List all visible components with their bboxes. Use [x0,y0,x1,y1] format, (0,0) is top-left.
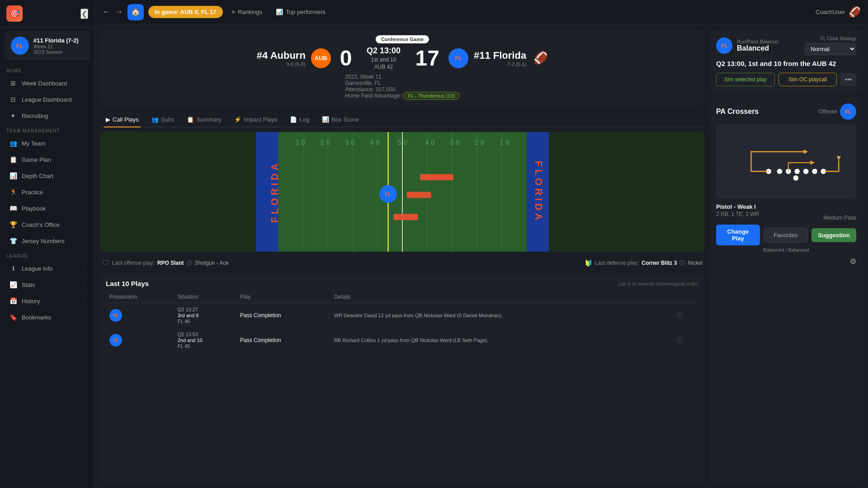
play-type: Pass Completion [236,328,330,353]
defense-info-icon[interactable]: ⓘ [679,259,685,267]
sidebar-item-label: Practice [22,189,43,196]
last-offense-play: 🛡 Last offense play: RPO Slant ⓘ Shotgun… [102,259,229,267]
svg-point-34 [794,169,800,174]
play-action-buttons: Sim selected play Sim OC playcall ••• [716,73,856,86]
sidebar-item-week-dashboard[interactable]: ⊞ Week Dashboard [3,75,92,91]
sidebar-item-league-info[interactable]: ℹ League Info › [3,261,92,276]
pass-type: Medium Pass [823,215,856,221]
play-call-header: FL Run/Pass Balance: Balanced FL Clock S… [716,36,856,55]
play-down: 3rd and 9 [178,313,233,318]
nav-back-button[interactable]: ← [102,7,110,17]
situation-block: Q2 13:53 2nd and 10 FL 45 [178,332,233,349]
play-time: Q2 13:27 [178,307,233,312]
home-field-badge: FL - Thunderous (10) [403,92,459,100]
change-play-button[interactable]: Change Play [716,225,760,245]
bookmark-icon: 🔖 [9,314,17,321]
svg-point-32 [777,169,783,174]
sidebar-item-label: History [22,298,40,305]
tab-call-plays[interactable]: ▶ Call Plays [104,113,141,127]
suggestion-button[interactable]: Suggestion [811,228,856,242]
sidebar-item-label: Coach's Office [22,221,60,228]
home-team-block: FL #11 Florida 7-2 (5-1) 🏈 [448,48,548,68]
away-team-record: 9-0 (6-0) [257,61,306,67]
more-options-button[interactable]: ••• [840,73,856,86]
away-team-name: #4 Auburn [257,50,306,61]
nav-forward-button[interactable]: → [115,7,123,17]
nav-home-button[interactable]: 🏠 [127,4,144,20]
plays-table-title: Last 10 Plays [106,280,149,287]
tab-summary[interactable]: 📋 Summary [185,113,223,127]
app-logo: 🎯 [6,5,23,22]
avatar: FL [11,37,29,55]
log-icon: 📄 [290,116,297,123]
favorites-button[interactable]: Favorites [764,228,808,243]
offense-info-icon[interactable]: ⓘ [187,259,192,267]
settings-gear-button[interactable]: ⚙ [850,257,856,266]
info-icon: ℹ [9,265,17,272]
conference-badge: Conference Game [376,35,429,43]
play-details-cell: WR Deandre David 12 yd pass from QB Nick… [330,303,673,328]
clock-strategy-label: FL Clock Strategy [821,36,856,41]
svg-text:2 0: 2 0 [475,139,485,146]
home-score: 17 [415,47,439,69]
sidebar-item-history[interactable]: 📅 History › [3,293,92,309]
tab-box-score[interactable]: 📊 Box Score [320,113,360,127]
sidebar-item-label: Jersey Numbers [22,238,65,244]
chevron-right-icon: › [84,298,85,304]
sim-oc-playcall-button[interactable]: Sim OC playcall [778,73,837,86]
tab-impact-plays[interactable]: ⚡ Impact Plays [232,113,279,127]
run-pass-label: Run/Pass Balance: [737,39,779,44]
svg-text:4 0: 4 0 [425,139,435,146]
sidebar-item-jersey-numbers[interactable]: 👕 Jersey Numbers [3,233,92,249]
offense-team-avatar: FL [840,103,856,120]
tab-label: Impact Plays [244,116,277,123]
row-info-icon[interactable]: ⓘ [676,336,683,343]
top-performers-tab[interactable]: 📊 Top performers [271,6,330,18]
tab-label: Summary [196,116,222,123]
sim-selected-play-button[interactable]: Sim selected play [716,73,775,86]
tab-log[interactable]: 📄 Log [288,113,311,127]
sidebar-item-stats[interactable]: 📈 Stats › [3,277,92,292]
away-team-block: #4 Auburn 9-0 (6-0) AUB [257,48,331,68]
play-yardline: FL 45 [178,343,233,349]
shield-icon: 🛡 [102,259,109,267]
practice-icon: 🏃 [9,188,17,196]
tab-label: Subs [161,116,175,123]
sidebar-item-label: Week Dashboard [22,80,67,87]
sidebar-item-game-plan[interactable]: 📋 Game Plan [3,152,92,167]
football-icon: 🏈 [849,6,861,18]
svg-text:FLORIDA: FLORIDA [533,161,544,223]
home-field-advantage: Home Field Advantage: FL - Thunderous (1… [345,93,459,99]
sidebar-item-practice[interactable]: 🏃 Practice [3,184,92,200]
sidebar-item-coaches-office[interactable]: 🏆 Coach's Office [3,217,92,232]
away-score: 0 [340,47,352,69]
defense-play-label: Last defense play: [595,260,639,266]
main-content: ← → 🏠 In game: AUB 0, FL 17 ≡ Rankings 📊… [95,0,868,488]
in-game-badge[interactable]: In game: AUB 0, FL 17 [148,6,223,18]
svg-text:1 0: 1 0 [500,139,509,146]
clock-down: 1st and 10 [371,56,396,63]
sidebar-item-label: Playbook [22,205,46,212]
rankings-tab[interactable]: ≡ Rankings [227,6,267,18]
play-action-row: Change Play Favorites Suggestion [716,225,856,245]
sidebar-item-label: Recruiting [22,113,48,119]
last-defense-play: 🔰 Last defense play: Corner Blitz 3 ⓘ Ni… [585,259,703,267]
tab-subs[interactable]: 👥 Subs [150,113,176,127]
sidebar-item-playbook[interactable]: 📖 Playbook [3,201,92,216]
clock-strategy-select[interactable]: Normal Conservative Aggressive [805,43,856,55]
sidebar-item-depth-chart[interactable]: 📊 Depth Chart [3,168,92,183]
play-personnel: 2 RB, 1 TE, 2 WR [716,211,759,217]
sidebar-item-recruiting[interactable]: ✦ Recruiting [3,108,92,123]
sidebar-item-bookmarks[interactable]: 🔖 Bookmarks [3,310,92,325]
clock-strategy: FL Clock Strategy Normal Conservative Ag… [805,36,856,55]
game-clock: Q2 13:00 1st and 10 AUB 42 [361,46,406,70]
row-info-icon[interactable]: ⓘ [676,311,683,319]
grid-icon: ⊞ [9,80,17,87]
collapse-sidebar-button[interactable]: ❮ [80,9,88,19]
sidebar-item-league-dashboard[interactable]: ⊟ League Dashboard [3,92,92,107]
scoreboard: Conference Game #4 Auburn 9-0 (6-0) AUB … [100,30,704,106]
team-card[interactable]: FL #11 Florida (7-2) Week 11 2023 Season [5,31,90,60]
sidebar-item-my-team[interactable]: 👥 My Team [3,136,92,151]
offense-label: Offense [818,108,837,115]
gameplan-icon: 📋 [9,156,17,163]
